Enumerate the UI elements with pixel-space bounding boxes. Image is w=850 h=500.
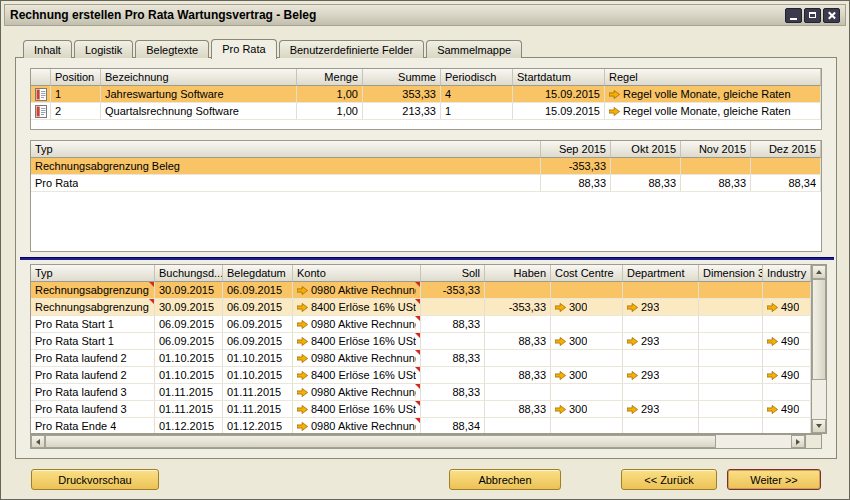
- table-cell: [31, 86, 51, 102]
- scroll-left-button[interactable]: [31, 435, 45, 448]
- cell-text: 300: [569, 335, 587, 347]
- column-header[interactable]: Soll: [421, 265, 485, 282]
- title-bar[interactable]: Rechnung erstellen Pro Rata Wartungsvert…: [4, 4, 846, 26]
- vertical-scroll-track[interactable]: [812, 279, 826, 419]
- footer-right: Abbrechen<< ZurückWeiter >>: [449, 469, 821, 490]
- scroll-right-button[interactable]: [791, 435, 805, 448]
- column-header[interactable]: Industry: [763, 265, 811, 282]
- column-header[interactable]: Typ: [31, 141, 541, 158]
- table-cell: [699, 350, 763, 366]
- table-row[interactable]: Pro Rata laufend 301.11.201501.11.201584…: [31, 401, 811, 418]
- link-arrow-icon[interactable]: [627, 303, 638, 312]
- table-row[interactable]: Pro Rata laufend 301.11.201501.11.201509…: [31, 384, 811, 401]
- cell-text: 88,33: [648, 177, 676, 189]
- link-arrow-icon[interactable]: [555, 405, 566, 414]
- tab-benutzerdefinierte-felder[interactable]: Benutzerdefinierte Felder: [279, 40, 425, 58]
- table-row[interactable]: Rechnungsabgrenzung Bel30.09.201506.09.2…: [31, 299, 811, 316]
- table-cell: [623, 418, 699, 433]
- restore-button[interactable]: [804, 8, 821, 23]
- vertical-scrollbar[interactable]: [811, 264, 827, 434]
- table-row[interactable]: Pro Rata laufend 201.10.201501.10.201584…: [31, 367, 811, 384]
- table-cell: 88,33: [421, 316, 485, 332]
- link-arrow-icon[interactable]: [627, 405, 638, 414]
- column-header[interactable]: Cost Centre: [551, 265, 623, 282]
- tab-sammelmappe[interactable]: Sammelmappe: [426, 40, 522, 58]
- table-row[interactable]: Rechnungsabgrenzung Bel30.09.201506.09.2…: [31, 282, 811, 299]
- column-header[interactable]: Haben: [485, 265, 551, 282]
- druckvorschau-button[interactable]: Druckvorschau: [31, 469, 159, 490]
- tab-inhalt[interactable]: Inhalt: [23, 40, 72, 58]
- column-header[interactable]: Regel: [605, 69, 821, 86]
- link-arrow-icon[interactable]: [609, 107, 620, 116]
- column-header[interactable]: Okt 2015: [611, 141, 681, 158]
- link-arrow-icon[interactable]: [767, 371, 778, 380]
- link-arrow-icon[interactable]: [297, 405, 308, 414]
- table-row[interactable]: Pro Rata88,3388,3388,3388,34: [31, 175, 821, 192]
- link-arrow-icon[interactable]: [297, 337, 308, 346]
- tab-logistik[interactable]: Logistik: [74, 40, 133, 58]
- link-arrow-icon[interactable]: [297, 320, 308, 329]
- link-arrow-icon[interactable]: [767, 405, 778, 414]
- link-arrow-icon[interactable]: [297, 388, 308, 397]
- column-header[interactable]: Konto: [293, 265, 421, 282]
- cell-text: Regel volle Monate, gleiche Raten: [623, 105, 791, 117]
- vertical-scroll-thumb[interactable]: [812, 279, 826, 380]
- table-cell: Rechnungsabgrenzung Beleg: [31, 158, 541, 174]
- table-row[interactable]: Pro Rata laufend 201.10.201501.10.201509…: [31, 350, 811, 367]
- link-arrow-icon[interactable]: [609, 90, 620, 99]
- weiter-button[interactable]: Weiter >>: [727, 469, 821, 490]
- horizontal-scrollbar[interactable]: [30, 434, 806, 449]
- column-header[interactable]: Summe: [363, 69, 441, 86]
- column-header[interactable]: Nov 2015: [681, 141, 751, 158]
- table-row[interactable]: 2Quartalsrechnung Software1,00213,33115.…: [31, 103, 821, 120]
- column-header[interactable]: Department: [623, 265, 699, 282]
- column-header[interactable]: Dimension 3: [699, 265, 763, 282]
- scroll-down-button[interactable]: [812, 419, 826, 433]
- close-button[interactable]: [823, 8, 840, 23]
- link-arrow-icon[interactable]: [297, 371, 308, 380]
- horizontal-scroll-track[interactable]: [45, 435, 791, 448]
- tab-belegtexte[interactable]: Belegtexte: [135, 40, 209, 58]
- tab-pro-rata[interactable]: Pro Rata: [211, 39, 276, 59]
- column-header[interactable]: Dez 2015: [751, 141, 821, 158]
- cell-text: 88,33: [718, 177, 746, 189]
- column-header[interactable]: Menge: [297, 69, 363, 86]
- column-header[interactable]: Periodisch: [441, 69, 513, 86]
- cell-text: 8400 Erlöse 16% USt /: [311, 403, 416, 415]
- table-row[interactable]: Pro Rata Start 106.09.201506.09.20150980…: [31, 316, 811, 333]
- link-arrow-icon[interactable]: [767, 303, 778, 312]
- cell-text: Pro Rata: [35, 177, 78, 189]
- link-arrow-icon[interactable]: [555, 371, 566, 380]
- cell-text: 88,34: [452, 420, 480, 432]
- cell-text: 01.10.2015: [159, 352, 214, 364]
- column-header[interactable]: Sep 2015: [541, 141, 611, 158]
- scroll-up-button[interactable]: [812, 265, 826, 279]
- column-header[interactable]: Bezeichnung: [101, 69, 297, 86]
- link-arrow-icon[interactable]: [555, 303, 566, 312]
- column-header[interactable]: [31, 69, 51, 86]
- column-header[interactable]: Buchungsd...: [155, 265, 223, 282]
- link-arrow-icon[interactable]: [297, 354, 308, 363]
- link-arrow-icon[interactable]: [627, 371, 638, 380]
- table-row[interactable]: Rechnungsabgrenzung Beleg-353,33: [31, 158, 821, 175]
- link-arrow-icon[interactable]: [297, 422, 308, 431]
- column-header[interactable]: Position: [51, 69, 101, 86]
- zurueck-button[interactable]: << Zurück: [621, 469, 717, 490]
- abbrechen-button[interactable]: Abbrechen: [449, 469, 561, 490]
- splitter-bar[interactable]: [20, 257, 834, 260]
- column-header[interactable]: Startdatum: [513, 69, 605, 86]
- column-header[interactable]: Typ: [31, 265, 155, 282]
- column-header[interactable]: Belegdatum: [223, 265, 293, 282]
- minimize-button[interactable]: [785, 8, 802, 23]
- table-cell: 1,00: [297, 103, 363, 119]
- table-row[interactable]: Pro Rata Ende 401.12.201501.12.20150980 …: [31, 418, 811, 433]
- link-arrow-icon[interactable]: [297, 286, 308, 295]
- link-arrow-icon[interactable]: [297, 303, 308, 312]
- link-arrow-icon[interactable]: [767, 337, 778, 346]
- link-arrow-icon[interactable]: [627, 337, 638, 346]
- horizontal-scroll-thumb[interactable]: [45, 435, 716, 448]
- table-row[interactable]: 1Jahreswartung Software1,00353,33415.09.…: [31, 86, 821, 103]
- link-arrow-icon[interactable]: [555, 337, 566, 346]
- table-row[interactable]: Pro Rata Start 106.09.201506.09.20158400…: [31, 333, 811, 350]
- table-cell: 88,34: [751, 175, 821, 191]
